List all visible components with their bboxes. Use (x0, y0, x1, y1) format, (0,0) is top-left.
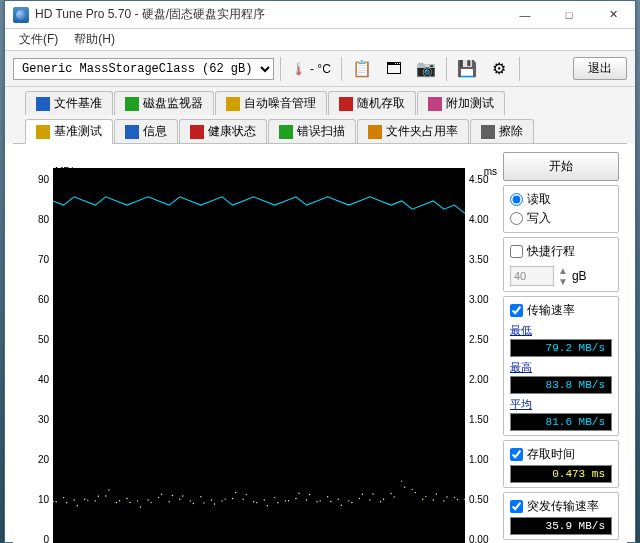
max-value: 83.8 MB/s (510, 376, 612, 394)
svg-point-71 (264, 499, 265, 500)
transfer-rate-group: 传输速率 最低 79.2 MB/s 最高 83.8 MB/s 平均 81.6 M… (503, 296, 619, 436)
svg-point-85 (338, 499, 339, 500)
window-icon: 🗔 (386, 60, 402, 78)
svg-point-86 (341, 504, 342, 505)
minimize-button[interactable]: — (503, 1, 547, 29)
svg-point-35 (73, 499, 74, 500)
short-stroke-value[interactable] (510, 266, 554, 286)
y-left-tick: 0 (25, 534, 49, 543)
tab-icon (190, 125, 204, 139)
access-time-group: 存取时间 0.473 ms (503, 440, 619, 488)
svg-point-50 (150, 502, 151, 503)
menu-file[interactable]: 文件(F) (11, 29, 66, 50)
copy-info-button[interactable]: 📋 (348, 56, 376, 82)
svg-point-75 (285, 500, 286, 501)
gear-icon: ⚙ (492, 59, 506, 78)
svg-point-78 (298, 492, 299, 493)
tab-擦除[interactable]: 擦除 (470, 119, 534, 143)
svg-point-54 (172, 495, 173, 496)
burst-rate-value: 35.9 MB/s (510, 517, 612, 535)
drive-select[interactable]: Generic MassStorageClass (62 gB) (13, 58, 274, 80)
y-right-tick: 1.50 (469, 414, 497, 425)
app-icon (13, 7, 29, 23)
svg-point-59 (200, 496, 201, 497)
transfer-rate-checkbox[interactable]: 传输速率 (510, 301, 612, 320)
svg-point-44 (119, 500, 120, 501)
tab-随机存取[interactable]: 随机存取 (328, 91, 416, 115)
svg-point-58 (193, 503, 194, 504)
min-label: 最低 (510, 323, 612, 338)
short-stroke-checkbox[interactable]: 快捷行程 (510, 242, 612, 261)
svg-point-80 (309, 494, 310, 495)
maximize-button[interactable]: □ (547, 1, 591, 29)
y-left-tick: 10 (25, 494, 49, 505)
svg-point-31 (53, 501, 54, 502)
svg-point-43 (116, 502, 117, 503)
window-title: HD Tune Pro 5.70 - 硬盘/固态硬盘实用程序 (35, 6, 265, 23)
svg-point-47 (137, 500, 138, 501)
thermometer-icon: 🌡️ (291, 62, 306, 76)
svg-point-93 (380, 501, 381, 502)
menu-help[interactable]: 帮助(H) (66, 29, 123, 50)
svg-point-82 (319, 500, 320, 501)
tab-磁盘监视器[interactable]: 磁盘监视器 (114, 91, 214, 115)
svg-point-55 (179, 499, 180, 500)
save-icon: 💾 (457, 59, 477, 78)
svg-point-42 (108, 489, 109, 490)
tab-健康状态[interactable]: 健康状态 (179, 119, 267, 143)
save-button[interactable]: 💾 (453, 56, 481, 82)
svg-point-74 (277, 502, 278, 503)
y-left-tick: 50 (25, 334, 49, 345)
svg-point-37 (84, 499, 85, 500)
tab-icon (428, 97, 442, 111)
screenshot-button[interactable]: 📷 (412, 56, 440, 82)
y-left-tick: 40 (25, 374, 49, 385)
svg-point-102 (425, 496, 426, 497)
exit-button[interactable]: 退出 (573, 57, 627, 80)
tab-错误扫描[interactable]: 错误扫描 (268, 119, 356, 143)
y-left-tick: 20 (25, 454, 49, 465)
screenshot-copy-button[interactable]: 🗔 (380, 56, 408, 82)
menubar: 文件(F) 帮助(H) (5, 29, 635, 51)
tab-附加测试[interactable]: 附加测试 (417, 91, 505, 115)
svg-point-88 (351, 502, 352, 503)
y-left-tick: 30 (25, 414, 49, 425)
tab-文件基准[interactable]: 文件基准 (25, 91, 113, 115)
tab-panel-benchmark: MB/s ms 90807060504030201004.504.003.503… (13, 143, 627, 543)
access-time-checkbox[interactable]: 存取时间 (510, 445, 612, 464)
svg-point-87 (348, 500, 349, 501)
burst-rate-checkbox[interactable]: 突发传输速率 (510, 497, 612, 516)
read-radio[interactable]: 读取 (510, 190, 612, 209)
svg-point-65 (232, 498, 233, 499)
tab-文件夹占用率[interactable]: 文件夹占用率 (357, 119, 469, 143)
svg-point-70 (256, 502, 257, 503)
y-left-tick: 80 (25, 214, 49, 225)
tab-基准测试[interactable]: 基准测试 (25, 119, 113, 144)
svg-point-48 (140, 506, 141, 507)
y-left-tick: 60 (25, 294, 49, 305)
avg-value: 81.6 MB/s (510, 413, 612, 431)
short-stroke-unit: gB (572, 269, 587, 283)
start-button[interactable]: 开始 (503, 152, 619, 181)
svg-point-79 (306, 499, 307, 500)
burst-rate-group: 突发传输速率 35.9 MB/s (503, 492, 619, 540)
titlebar[interactable]: HD Tune Pro 5.70 - 硬盘/固态硬盘实用程序 — □ ✕ (5, 1, 635, 29)
y-right-tick: 0.00 (469, 534, 497, 543)
svg-point-41 (105, 495, 106, 496)
side-panel: 开始 读取 写入 快捷行程 ▲▼ gB 传输速率 最低 79.2 MB/s 最高… (503, 152, 619, 543)
tab-icon (125, 125, 139, 139)
svg-point-52 (161, 494, 162, 495)
svg-point-46 (129, 502, 130, 503)
svg-point-76 (288, 500, 289, 501)
svg-point-45 (126, 498, 127, 499)
tab-自动噪音管理[interactable]: 自动噪音管理 (215, 91, 327, 115)
svg-point-94 (383, 498, 384, 499)
svg-point-108 (457, 499, 458, 500)
close-button[interactable]: ✕ (591, 1, 635, 29)
svg-point-99 (411, 489, 412, 490)
tab-信息[interactable]: 信息 (114, 119, 178, 143)
options-button[interactable]: ⚙ (485, 56, 513, 82)
write-radio[interactable]: 写入 (510, 209, 612, 228)
y-right-tick: 3.50 (469, 254, 497, 265)
tab-icon (279, 125, 293, 139)
